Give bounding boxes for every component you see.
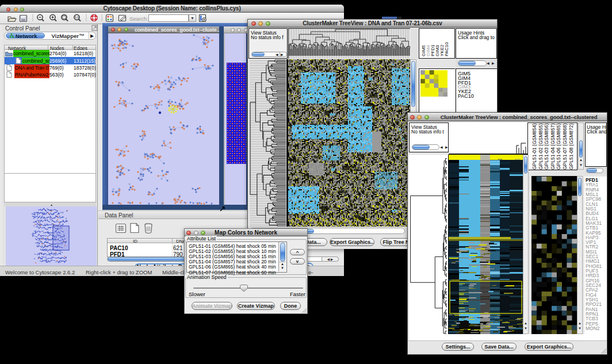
svg-text:1:1: 1:1: [75, 16, 79, 19]
